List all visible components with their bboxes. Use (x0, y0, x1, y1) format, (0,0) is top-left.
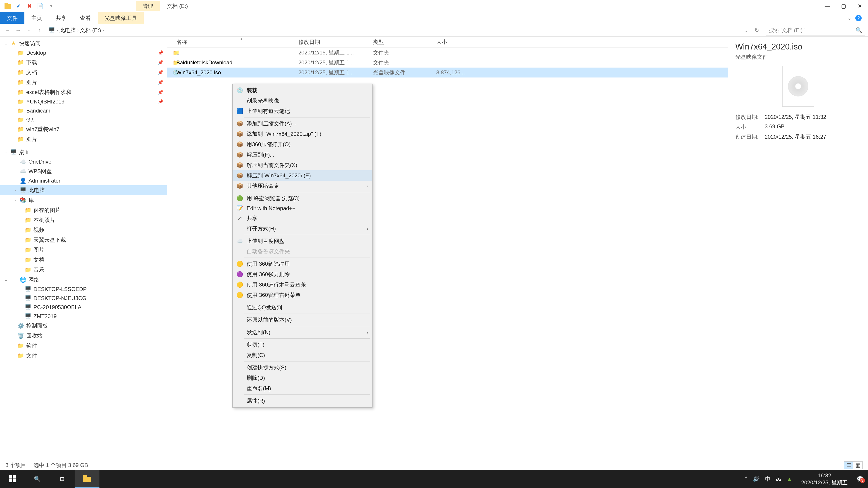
tree-quick-item[interactable]: 📁excel表格制作求和📌 (0, 87, 167, 97)
tree-footer-item[interactable]: 📁文件 (0, 351, 167, 361)
chevron-right-icon[interactable]: › (13, 198, 18, 203)
tree-quick-item[interactable]: 📁Bandicam (0, 106, 167, 115)
context-item[interactable]: 📦添加到 "Win7x64_2020.zip" (T) (233, 129, 372, 139)
up-button[interactable]: ↑ (35, 26, 44, 35)
tree-network-item[interactable]: 🖥️PC-20190530OBLA (0, 303, 167, 312)
context-item[interactable]: 📦添加到压缩文件(A)... (233, 119, 372, 129)
tab-home[interactable]: 主页 (24, 12, 49, 24)
tray-ime-icon[interactable]: 中 (765, 475, 771, 483)
tree-library-item[interactable]: 📁天翼云盘下载 (0, 235, 167, 245)
tree-quick-item[interactable]: 📁Desktop📌 (0, 48, 167, 57)
context-item[interactable]: 🟡使用 360管理右键菜单 (233, 290, 372, 300)
context-item[interactable]: 创建快捷方式(S) (233, 362, 372, 373)
context-item[interactable]: 🟡使用 360解除占用 (233, 259, 372, 269)
tree-library-item[interactable]: 📁本机照片 (0, 215, 167, 225)
context-item[interactable]: 发送到(N)› (233, 327, 372, 337)
context-item[interactable]: 通过QQ发送到 (233, 302, 372, 313)
search-button[interactable]: 🔍 (25, 470, 50, 488)
tree-footer-item[interactable]: 🗑️回收站 (0, 331, 167, 341)
tray-chevron-icon[interactable]: ˄ (745, 476, 747, 482)
column-type[interactable]: 类型 (373, 38, 436, 46)
tray-network-icon[interactable]: 🖧 (776, 476, 781, 482)
tree-quick-item[interactable]: 📁下载📌 (0, 57, 167, 67)
recent-dropdown[interactable]: ⌄ (24, 26, 33, 35)
view-details-button[interactable]: ☰ (844, 462, 853, 469)
tree-desktop-item[interactable]: ☁️OneDrive (0, 157, 167, 166)
qat-new-folder-icon[interactable]: 📄 (36, 2, 44, 10)
tree-library-item[interactable]: 📁文档 (0, 255, 167, 265)
maximize-button[interactable]: ▢ (835, 0, 852, 12)
tree-quick-item[interactable]: 📁G:\ (0, 115, 167, 124)
context-item[interactable]: 还原以前的版本(V) (233, 315, 372, 325)
context-item[interactable]: 📦用360压缩打开(Q) (233, 139, 372, 150)
context-item[interactable]: 剪切(T) (233, 339, 372, 350)
context-item[interactable]: 打开方式(H)› (233, 223, 372, 234)
context-item[interactable]: 重命名(M) (233, 383, 372, 394)
file-row[interactable]: 📁BaiduNetdiskDownload2020/12/25, 星期五 1..… (167, 58, 728, 68)
tree-network-item[interactable]: 🖥️DESKTOP-LSSOEDP (0, 285, 167, 294)
minimize-button[interactable]: — (819, 0, 835, 12)
context-item[interactable]: 属性(R) (233, 396, 372, 406)
action-center-icon[interactable]: 💬 (857, 476, 864, 482)
breadcrumb-this-pc[interactable]: 此电脑 (59, 27, 76, 34)
context-item[interactable]: 复制(C) (233, 350, 372, 360)
tree-library-item[interactable]: 📁图片 (0, 245, 167, 255)
search-icon[interactable]: 🔍 (856, 27, 862, 33)
column-date[interactable]: 修改日期 (298, 38, 373, 46)
context-item[interactable]: 📦解压到(F)... (233, 150, 372, 160)
tree-library-item[interactable]: 📁视频 (0, 225, 167, 235)
tree-network-item[interactable]: 🖥️DESKTOP-NJEU3CG (0, 294, 167, 303)
context-item[interactable]: 📦解压到 Win7x64_2020\ (E) (233, 170, 372, 181)
start-button[interactable] (0, 470, 25, 488)
back-button[interactable]: ← (3, 26, 12, 35)
file-row[interactable]: 📁12020/12/15, 星期二 1...文件夹 (167, 48, 728, 58)
tray-shield-icon[interactable]: ▲ (787, 476, 792, 482)
tab-file[interactable]: 文件 (0, 12, 24, 24)
tab-disc-tools[interactable]: 光盘映像工具 (98, 12, 144, 24)
tree-footer-item[interactable]: 📁软件 (0, 341, 167, 351)
chevron-right-icon[interactable]: › (77, 28, 79, 33)
context-item[interactable]: 📦其他压缩命令› (233, 181, 372, 191)
tree-quick-item[interactable]: 📁图片📌 (0, 77, 167, 87)
file-row[interactable]: 💿Win7x64_2020.iso2020/12/25, 星期五 1...光盘映… (167, 68, 728, 77)
tree-desktop-item[interactable]: 👤Administrator (0, 176, 167, 185)
context-item[interactable]: 🟡使用 360进行木马云查杀 (233, 280, 372, 290)
chevron-right-icon[interactable]: › (102, 28, 104, 33)
tree-quick-item[interactable]: 📁YUNQISHI2019📌 (0, 97, 167, 106)
tree-quick-item[interactable]: 📁win7重装win7 (0, 124, 167, 134)
tree-footer-item[interactable]: ⚙️控制面板 (0, 321, 167, 331)
breadcrumb-drive[interactable]: 文档 (E:) (80, 27, 101, 34)
chevron-right-icon[interactable]: › (57, 28, 58, 33)
qat-dropdown-icon[interactable]: ▾ (47, 2, 55, 10)
help-icon[interactable]: ? (855, 15, 862, 21)
tree-library-item[interactable]: 📁保存的图片 (0, 205, 167, 215)
view-icons-button[interactable]: ▦ (853, 462, 862, 469)
forward-button[interactable]: → (13, 26, 23, 35)
context-item[interactable]: 📝Edit with Notepad++ (233, 203, 372, 213)
tree-desktop-item[interactable]: ›🖥️此电脑 (0, 185, 167, 195)
qat-close-icon[interactable]: ✖ (25, 2, 33, 10)
context-item[interactable]: 刻录光盘映像 (233, 96, 372, 106)
column-name[interactable]: 名称 (167, 38, 298, 46)
context-item[interactable]: 🟣使用 360强力删除 (233, 269, 372, 280)
tray-volume-icon[interactable]: 🔊 (753, 476, 760, 482)
context-item[interactable]: 📦解压到当前文件夹(X) (233, 160, 372, 170)
tree-library-item[interactable]: 📁音乐 (0, 265, 167, 275)
context-item[interactable]: 🟦上传到有道云笔记 (233, 106, 372, 116)
qat-check-icon[interactable]: ✔ (14, 2, 23, 10)
chevron-down-icon[interactable]: ⌄ (4, 277, 8, 282)
context-item[interactable]: 💿装载 (233, 85, 372, 96)
chevron-down-icon[interactable]: ⌄ (4, 150, 8, 155)
tree-quick-item[interactable]: 📁图片 (0, 134, 167, 144)
tree-network-item[interactable]: 🖥️ZMT2019 (0, 312, 167, 321)
context-item[interactable]: 🟢用 蜂蜜浏览器 浏览(3) (233, 193, 372, 203)
tab-view[interactable]: 查看 (73, 12, 98, 24)
ribbon-collapse-icon[interactable]: ⌄ (847, 15, 852, 21)
context-item[interactable]: ☁️上传到百度网盘 (233, 236, 372, 246)
context-item[interactable]: ↗共享 (233, 213, 372, 223)
chevron-right-icon[interactable]: › (13, 188, 18, 193)
taskbar-clock[interactable]: 16:32 2020/12/25, 星期五 (798, 472, 851, 486)
tree-quick-item[interactable]: 📁文档📌 (0, 67, 167, 77)
context-item[interactable]: 删除(D) (233, 373, 372, 383)
column-size[interactable]: 大小 (436, 38, 482, 46)
